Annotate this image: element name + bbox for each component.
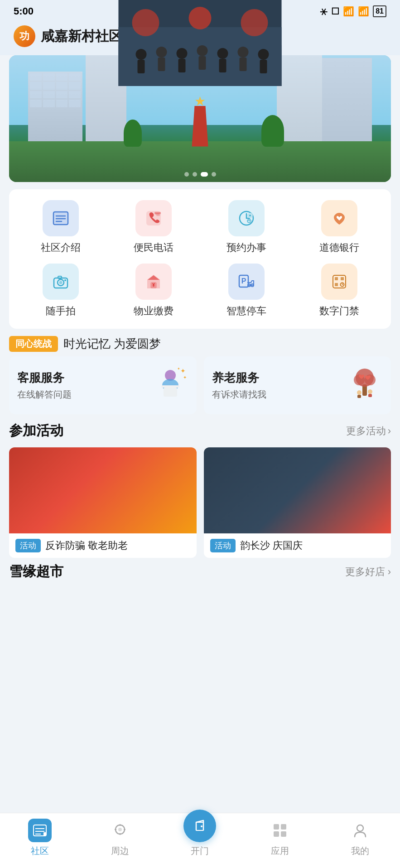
appointment-icon	[228, 200, 265, 236]
activity-card-1[interactable]: 活动会议 活动 反诈防骗 敬老助老	[9, 447, 197, 558]
svg-text:✦: ✦	[177, 367, 180, 371]
svg-rect-21	[58, 276, 62, 278]
moral-bank-icon	[321, 200, 357, 236]
svg-rect-48	[357, 395, 361, 398]
dot-1[interactable]	[184, 172, 189, 177]
grid-item-smart-parking[interactable]: P 智慧停车	[202, 264, 291, 318]
nav-item-community[interactable]: 社区	[17, 819, 63, 857]
svg-rect-7	[155, 213, 160, 215]
smart-parking-label: 智慧停车	[227, 304, 266, 318]
elder-service-text: 养老服务 有诉求请找我	[212, 370, 266, 401]
activity-tag-1: 活动	[15, 539, 41, 552]
activity-info-2: 活动 韵长沙 庆国庆	[204, 533, 391, 558]
activity-name-2: 韵长沙 庆国庆	[240, 539, 303, 552]
customer-service-title: 客服服务	[17, 370, 72, 386]
dot-3[interactable]	[201, 172, 208, 177]
svg-rect-96	[281, 824, 286, 830]
svg-point-94	[201, 825, 202, 827]
activity-info-1: 活动 反诈防骗 敬老助老	[9, 533, 197, 558]
property-fee-label: 物业缴费	[134, 304, 173, 318]
svg-rect-38	[161, 385, 179, 388]
activity-image-2	[204, 447, 391, 533]
chevron-right-icon: ›	[388, 566, 391, 577]
carousel-dots	[184, 172, 216, 177]
grid-item-moral-bank[interactable]: 道德银行	[295, 200, 384, 254]
community-nav-label: 社区	[31, 845, 49, 857]
icon-grid-container: 社区介绍 便民电话	[16, 200, 384, 318]
open-door-nav-label: 开门	[191, 845, 209, 857]
nearby-nav-label: 周边	[111, 845, 129, 857]
dot-4[interactable]	[212, 172, 216, 177]
chevron-right-icon: ›	[388, 425, 391, 437]
property-fee-icon: ¥	[135, 264, 172, 300]
customer-service-text: 客服服务 在线解答问题	[17, 370, 72, 401]
elder-service-sub: 有诉求请找我	[212, 388, 266, 401]
notice-text: 时光记忆 为爱圆梦	[63, 336, 161, 352]
svg-rect-31	[341, 277, 344, 280]
activities-header: 参加活动 更多活动 ›	[9, 422, 391, 440]
tree-1	[124, 120, 142, 147]
tree-2	[261, 115, 284, 147]
convenience-phone-icon	[135, 200, 172, 236]
quick-photo-icon	[43, 264, 79, 300]
svg-rect-30	[335, 277, 338, 280]
svg-point-88	[118, 828, 122, 831]
customer-service-icon: ✦ ✦ ✦	[152, 366, 188, 404]
apps-nav-icon	[268, 819, 292, 842]
svg-point-16	[247, 219, 251, 223]
mine-nav-icon	[348, 819, 372, 842]
nearby-nav-icon	[108, 819, 132, 842]
grid-item-digital-gate[interactable]: 数字门禁	[295, 264, 384, 318]
grid-item-quick-photo[interactable]: 随手拍	[16, 264, 105, 318]
activity-card-2[interactable]: 活动 韵长沙 庆国庆	[204, 447, 391, 558]
nav-item-nearby[interactable]: 周边	[97, 819, 143, 857]
svg-rect-32	[335, 283, 338, 286]
activity-tag-2: 活动	[210, 539, 236, 552]
svg-text:✦: ✦	[183, 375, 187, 380]
elder-service-icon	[347, 366, 383, 404]
nav-item-apps[interactable]: 应用	[257, 819, 303, 857]
store-more[interactable]: 更多好店 ›	[345, 565, 391, 579]
convenience-phone-label: 便民电话	[134, 241, 173, 254]
svg-rect-97	[274, 831, 279, 837]
quick-photo-label: 随手拍	[46, 304, 76, 318]
customer-service-card[interactable]: 客服服务 在线解答问题 ✦ ✦ ✦	[9, 356, 197, 414]
elder-service-card[interactable]: 养老服务 有诉求请找我	[204, 356, 391, 414]
activities-title: 参加活动	[9, 422, 63, 440]
nav-item-mine[interactable]: 我的	[337, 819, 383, 857]
service-cards-container: 客服服务 在线解答问题 ✦ ✦ ✦ 养老服务 有诉求请找我	[9, 356, 391, 414]
svg-rect-8	[156, 215, 160, 216]
dot-2[interactable]	[193, 172, 197, 177]
grid-item-community-intro[interactable]: 社区介绍	[16, 200, 105, 254]
store-header: 雪缘超市 更多好店 ›	[9, 562, 391, 581]
bottom-nav: 社区 周边 开门	[0, 813, 400, 868]
svg-rect-95	[274, 824, 279, 830]
svg-rect-86	[43, 832, 46, 836]
svg-rect-39	[164, 388, 177, 397]
moral-bank-label: 道德银行	[319, 241, 359, 254]
svg-point-49	[368, 389, 372, 394]
apps-nav-label: 应用	[271, 845, 289, 857]
nav-item-open-door[interactable]: 开门	[177, 819, 222, 857]
mine-nav-label: 我的	[351, 845, 369, 857]
activities-more[interactable]: 更多活动 ›	[346, 424, 391, 438]
svg-rect-50	[368, 394, 372, 397]
star-icon: ★	[194, 94, 206, 109]
grid-item-property-fee[interactable]: ¥ 物业缴费	[109, 264, 198, 318]
svg-point-22	[64, 279, 66, 281]
activity-grid: 活动会议 活动 反诈防骗 敬老助老	[9, 447, 391, 558]
grid-item-appointment[interactable]: 预约办事	[202, 200, 291, 254]
activities-section: 参加活动 更多活动 › 活动会议	[9, 422, 391, 558]
digital-gate-label: 数字门禁	[319, 304, 359, 318]
svg-point-99	[357, 825, 363, 831]
notice-bar: 同心统战 时光记忆 为爱圆梦	[9, 336, 391, 352]
grid-item-convenience-phone[interactable]: 便民电话	[109, 200, 198, 254]
store-section: 雪缘超市 更多好店 ›	[9, 562, 391, 581]
open-door-button[interactable]	[183, 810, 216, 842]
community-intro-label: 社区介绍	[41, 241, 81, 254]
svg-text:P: P	[241, 277, 246, 285]
digital-gate-icon	[321, 264, 357, 300]
community-nav-icon	[28, 819, 52, 842]
community-intro-icon	[43, 200, 79, 236]
svg-rect-98	[281, 831, 286, 837]
